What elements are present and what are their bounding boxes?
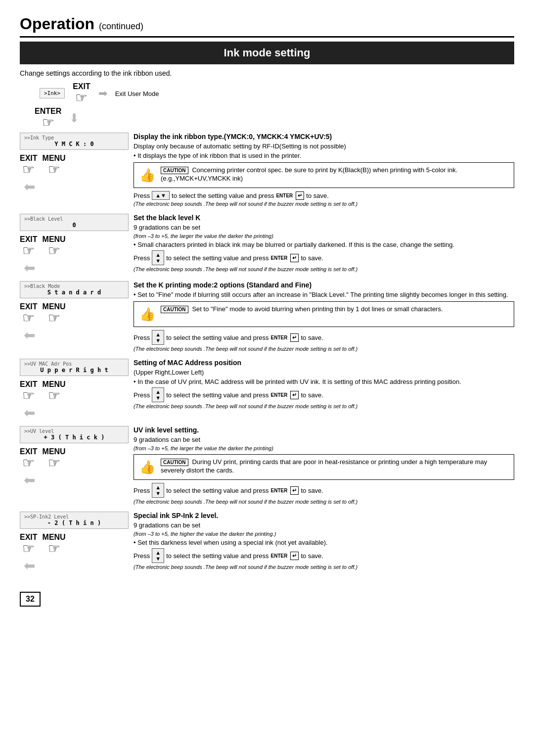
nav-arrows-2: ▲▼ [152,250,164,265]
left-nav-uv-mac: >>UV MAC Adr Pos U p p e r R i g h t EXI… [20,359,134,421]
exit-btn-3: EXIT ☞ [20,302,38,325]
exit-btn-5: EXIT ☞ [20,447,38,470]
section-ink-type: >>Ink Type Y M C K : 0 EXIT ☞ MENU ☞ ⬅ D… [20,131,514,209]
enter-btn-5: ↵ [290,486,299,495]
menu-value-black-mode: S t a n d a r d [24,289,124,296]
right-content-black-mode: Set the K printing mode:2 options (Stand… [134,281,514,354]
back-arrow-4: ⬅ [24,405,129,421]
exit-menu-row-4: EXIT ☞ MENU ☞ [20,380,129,403]
caution-thumb-icon-1: 👍 [139,168,155,183]
menu-btn-6: MENU ☞ [43,533,66,556]
left-nav-sp-ink2: >>SP-Ink2 Level - 2 ( T h i n ) EXIT ☞ M… [20,512,134,574]
caution-label-5: CAUTION [161,459,188,466]
section-uv-mac: >>UV MAC Adr Pos U p p e r R i g h t EXI… [20,357,514,421]
left-nav-black-mode: >>Black Mode S t a n d a r d EXIT ☞ MENU… [20,281,134,343]
section-sp-ink2: >>SP-Ink2 Level - 2 ( T h i n ) EXIT ☞ M… [20,510,514,574]
subtitle: Change settings according to the ink rib… [20,69,514,77]
back-arrow-3: ⬅ [24,327,129,343]
exit-menu-row-3: EXIT ☞ MENU ☞ [20,302,129,325]
caution-thumb-icon-3: 👍 [139,307,155,322]
left-nav-ink-type: >>Ink Type Y M C K : 0 EXIT ☞ MENU ☞ ⬅ [20,133,134,195]
caution-text-3: Set to "Fine" mode to avoid blurring whe… [192,305,443,313]
menu-label-sp-ink2: >>SP-Ink2 Level [24,514,124,520]
enter-group: ENTER ☞ [35,107,61,130]
caution-box-1: 👍 CAUTION Concerning printer control spe… [134,162,514,188]
menu-btn-5: MENU ☞ [43,447,66,470]
right-content-ink-type: Display the ink ribbon type.(YMCK:0, YMC… [134,133,514,209]
exit-user-mode-text: Exit User Mode [115,90,159,97]
enter-btn-3: ↵ [290,333,299,342]
beep-note-1: (The electronic beep sounds .The beep wi… [134,201,514,207]
nav-arrows-1: ▲▼ [152,191,170,200]
menu-box-uv-mac: >>UV MAC Adr Pos U p p e r R i g h t [20,359,129,376]
caution-text-5: During UV print, printing cards that are… [161,458,487,474]
exit-btn-4: EXIT ☞ [20,380,38,403]
back-arrow-2: ⬅ [24,260,129,276]
caution-thumb-icon-5: 👍 [139,460,155,475]
beep-note-3: (The electronic beep sounds .The beep wi… [134,346,514,352]
section-black-mode: >>Black Mode S t a n d a r d EXIT ☞ MENU… [20,279,514,354]
uv-level-sub: 9 gradations can be set [134,436,514,443]
nav-arrows-5: ▲▼ [152,483,164,498]
nav-arrows-3: ▲▼ [152,330,164,345]
black-level-header: Set the black level K [134,214,514,222]
black-mode-header: Set the K printing mode:2 options (Stand… [134,281,514,289]
black-level-bullet1: • Small characters printed in black ink … [134,241,514,248]
arrow-right-icon: ➡ [98,87,107,100]
beep-note-6: (The electronic beep sounds .The beep wi… [134,564,514,570]
exit-top-group: EXIT ☞ [73,82,90,105]
sp-ink2-sub: 9 gradations can be set [134,521,514,529]
menu-btn-4: MENU ☞ [43,380,66,403]
ink-breadcrumb: >Ink> [40,88,65,98]
menu-btn-3: MENU ☞ [43,302,66,325]
caution-content-1: CAUTION Concerning printer control spec.… [161,166,510,182]
menu-box-ink-type: >>Ink Type Y M C K : 0 [20,133,129,150]
right-content-uv-level: UV ink level setting. 9 gradations can b… [134,426,514,507]
menu-box-sp-ink2: >>SP-Ink2 Level - 2 ( T h i n ) [20,512,129,529]
ink-type-header: Display the ink ribbon type.(YMCK:0, YMC… [134,133,514,141]
caution-icon-3: 👍 [138,305,157,324]
caution-content-5: CAUTION During UV print, printing cards … [161,458,510,474]
uv-level-range: (from –3 to +5, the larger the value the… [134,445,514,451]
nav-arrows-6: ▲▼ [152,548,164,563]
beep-note-2: (The electronic beep sounds .The beep wi… [134,266,514,272]
caution-icon-1: 👍 [138,166,157,185]
enter-btn-6: ↵ [290,552,299,560]
caution-box-5: 👍 CAUTION During UV print, printing card… [134,454,514,480]
press-line-2: Press ▲▼ to select the setting value and… [134,250,514,265]
right-content-uv-mac: Setting of MAC Address position (Upper R… [134,359,514,411]
page-title: Operation (continued) [20,15,514,38]
exit-btn-1: EXIT ☞ [20,154,38,177]
menu-label-ink-type: >>Ink Type [24,135,124,141]
title-suffix: (continued) [99,21,143,31]
black-level-sub: 9 gradations can be set [134,224,514,231]
page-number: 32 [20,592,41,607]
caution-content-3: CAUTION Set to "Fine" mode to avoid blur… [161,305,443,313]
menu-value-sp-ink2: - 2 ( T h i n ) [24,520,124,526]
press-line-4: Press ▲▼ to select the setting value and… [134,387,514,402]
menu-box-uv-level: >>UV level + 3 ( T h i c k ) [20,426,129,443]
title-text: Operation [20,15,94,33]
exit-btn-2: EXIT ☞ [20,235,38,258]
menu-label-black-mode: >>Black Mode [24,284,124,289]
menu-label-uv-mac: >>UV MAC Adr Pos [24,361,124,367]
section-black-level: >>Black Level 0 EXIT ☞ MENU ☞ ⬅ Set the … [20,212,514,276]
uv-mac-bullet1: • In the case of UV print, MAC address w… [134,378,514,385]
menu-label-uv-level: >>UV level [24,428,124,434]
exit-menu-row-5: EXIT ☞ MENU ☞ [20,447,129,470]
enter-btn-1: ↵ [296,191,304,200]
caution-label-3: CAUTION [161,306,188,313]
uv-level-header: UV ink level setting. [134,426,514,434]
uv-mac-sub: (Upper Right,Lower Left) [134,369,514,376]
exit-menu-row-2: EXIT ☞ MENU ☞ [20,235,129,258]
enter-btn-4: ↵ [290,391,299,399]
ink-type-sub: Display only because of automatic settin… [134,142,514,150]
enter-arrow-down: ⬇ [69,111,79,125]
enter-btn-2: ↵ [290,254,299,262]
section-header: Ink mode setting [20,42,514,64]
back-arrow-6: ⬅ [24,558,129,574]
menu-btn-2: MENU ☞ [43,235,66,258]
caution-label-1: CAUTION [161,167,188,174]
press-line-1: Press ▲▼ to select the setting value and… [134,191,514,200]
back-arrow-5: ⬅ [24,472,129,488]
